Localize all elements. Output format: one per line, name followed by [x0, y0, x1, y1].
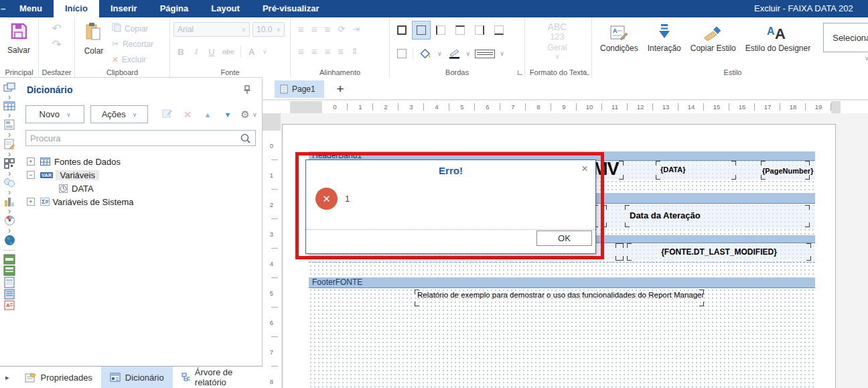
search-icon [240, 133, 250, 143]
menu-tab-pagina[interactable]: Página [149, 0, 200, 17]
close-icon[interactable]: × [581, 163, 588, 174]
font-family-select[interactable]: Arial ∨ [173, 22, 250, 37]
border-none-button[interactable] [393, 45, 411, 62]
ribbon: Salvar Principal ↶ ↷ Desfazer Colar Copi… [0, 17, 868, 78]
border-outside-button[interactable] [413, 21, 430, 39]
align-left-button[interactable]: ≡ [298, 46, 304, 57]
collapse-panel-arrow-icon[interactable]: ▸ [5, 373, 9, 382]
toolbox-signature-button[interactable]: › [4, 139, 15, 157]
italic-button[interactable]: I [192, 46, 201, 57]
tree-item-variaveis-de-sistema[interactable]: + Σ# Variáveis de Sistema [27, 195, 255, 208]
text-format-button[interactable]: ABC 123 Geral ∨ [528, 21, 586, 60]
align-center-button[interactable]: ≡ [311, 46, 317, 57]
line-spacing-button[interactable]: ⇕ [351, 46, 358, 56]
toolbox-map-button[interactable] [4, 235, 15, 246]
toolbox-text-button[interactable]: › [4, 119, 15, 138]
font-color-button[interactable]: A [247, 47, 257, 57]
align-bottom-button[interactable]: ≡ [325, 23, 331, 35]
tree-item-fontes-de-dados[interactable]: + Fontes de Dados [27, 155, 255, 168]
toolbox-barcode-button[interactable]: › [4, 158, 15, 177]
toolbox-chart-button[interactable]: › [4, 196, 15, 214]
toolbox-band-header-button[interactable] [3, 254, 15, 265]
border-color-button[interactable] [444, 45, 464, 62]
border-all-button[interactable] [393, 21, 411, 39]
style-selector[interactable]: Seleciona o estilo ∨ [823, 23, 868, 62]
align-middle-button[interactable]: ≡ [311, 23, 317, 35]
align-top-button[interactable]: ≡ [298, 23, 304, 35]
menu-tab-inserir[interactable]: Inserir [99, 0, 149, 17]
strikethrough-button[interactable]: abc [222, 48, 234, 56]
designer-style-button[interactable]: AA Estilo do Designer [745, 22, 810, 62]
page-tab-page1[interactable]: Page1 [275, 80, 324, 98]
expand-icon[interactable]: + [27, 157, 35, 166]
tree-item-data[interactable]: DATA [27, 182, 255, 195]
collapse-icon[interactable]: − [27, 171, 35, 179]
align-justify-button[interactable]: ≡ [338, 46, 344, 57]
conditions-button[interactable]: A Condições [600, 22, 638, 62]
pin-icon[interactable] [243, 85, 251, 97]
toolbox-gauge-button[interactable]: › [4, 215, 15, 234]
font-size-value: 10.0 [257, 25, 272, 34]
new-button[interactable]: Novo ∨ [25, 105, 84, 123]
delete-button[interactable]: ✕ Excluir [112, 52, 153, 66]
move-up-button[interactable]: ▲ [198, 111, 218, 119]
copy-icon [112, 23, 121, 34]
border-left-button[interactable] [432, 21, 449, 39]
menu-tab-layout[interactable]: Layout [200, 0, 251, 17]
text-component-fonte-dt[interactable]: {FONTE.DT_LAST_MODIFIED} [627, 243, 811, 261]
word-wrap-button[interactable]: ⇥ [352, 24, 360, 34]
svg-text:A: A [613, 27, 618, 34]
bold-button[interactable]: B [176, 47, 186, 57]
border-bottom-button[interactable] [490, 21, 508, 39]
toolbox-bands-button[interactable]: › [3, 82, 15, 101]
redo-button[interactable]: ↷ [48, 38, 66, 52]
actions-button[interactable]: Ações ∨ [90, 105, 148, 123]
paste-button[interactable]: Colar [78, 22, 109, 66]
border-right-button[interactable] [471, 21, 488, 39]
add-page-button[interactable]: + [332, 80, 348, 98]
save-button[interactable]: Salvar [3, 22, 34, 55]
text-component-footer-text[interactable]: Relatório de exemplo para demostrar o us… [415, 289, 704, 306]
text-rotate-button[interactable]: ⟳ [338, 24, 345, 34]
undo-button[interactable]: ↶ [48, 21, 66, 36]
menu-item-menu[interactable]: Menu [8, 0, 54, 17]
toolbox-shapes-button[interactable]: › [3, 178, 15, 196]
underline-button[interactable]: U [207, 47, 216, 57]
report-page[interactable]: HeaderBand1 MV {DATA} {PageNumber} Data [282, 124, 836, 388]
copy-button[interactable]: Copiar [112, 21, 153, 36]
tab-arvore-de-relatorio[interactable]: Árvore de relatório [173, 367, 263, 388]
font-size-select[interactable]: 10.0 ∨ [252, 22, 285, 37]
expand-icon[interactable]: + [27, 198, 35, 206]
toolbox-band-footer-button[interactable] [3, 265, 15, 276]
formato-dialog-launcher[interactable] [585, 70, 589, 75]
band-footer-fonte[interactable]: FooterFONTE [309, 277, 815, 288]
ok-button[interactable]: OK [536, 231, 592, 246]
toolbox-report-button[interactable] [4, 289, 15, 300]
border-top-button[interactable] [451, 21, 469, 39]
settings-button[interactable]: ⚙ [238, 109, 252, 121]
component-frame-hidden[interactable] [616, 243, 624, 261]
move-down-button[interactable]: ▼ [218, 111, 238, 119]
menu-tab-inicio[interactable]: Início [54, 0, 99, 17]
toolbox-style-button[interactable]: A [4, 300, 15, 310]
fill-color-button[interactable] [415, 45, 435, 62]
toolbox-table-button[interactable]: › [3, 101, 15, 119]
bordas-dialog-launcher[interactable] [518, 70, 522, 75]
cut-button[interactable]: ✂ Recortar [112, 37, 153, 51]
align-right-button[interactable]: ≡ [325, 46, 331, 57]
delete-item-button[interactable]: ✕ [177, 109, 198, 120]
edit-item-button[interactable] [157, 109, 177, 120]
interaction-button[interactable]: Interação [648, 22, 681, 62]
text-component-pagenumber[interactable]: {PageNumber} [761, 161, 810, 180]
text-component-data-alteracao[interactable]: Data da Ateração [625, 205, 810, 227]
border-style-button[interactable] [472, 45, 498, 62]
ribbon-group-fonte: Arial ∨ 10.0 ∨ B I U abc A ∨ Fonte [170, 17, 291, 77]
menu-tab-previsualizar[interactable]: Pré-visualizar [251, 0, 331, 17]
text-component-data[interactable]: {DATA} [656, 161, 736, 180]
tab-propriedades[interactable]: Propriedades [16, 367, 101, 388]
search-input[interactable] [26, 133, 240, 143]
tab-dicionario[interactable]: Dicionário [101, 367, 173, 388]
copy-style-button[interactable]: Copiar Estilo [691, 22, 736, 62]
toolbox-page-button[interactable] [4, 277, 15, 288]
tree-item-variaveis[interactable]: − VAR Variáveis [27, 168, 255, 182]
